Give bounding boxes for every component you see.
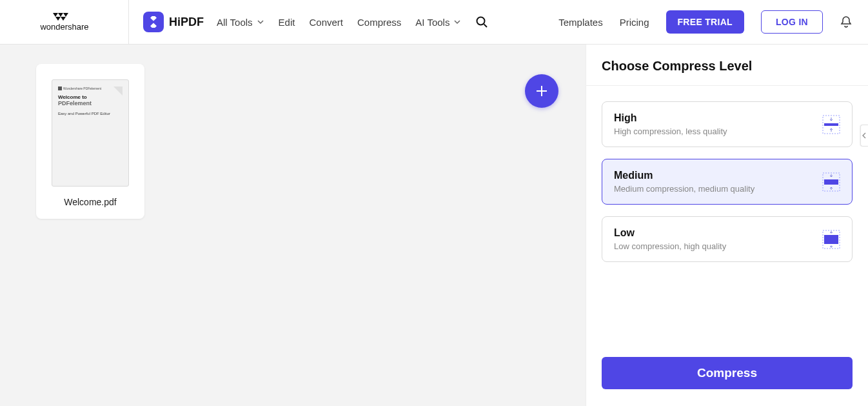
main-nav: All Tools Edit Convert Compress AI Tools bbox=[217, 15, 488, 28]
option-high[interactable]: High High compression, less quality bbox=[602, 101, 853, 147]
nav-compress-label: Compress bbox=[357, 17, 401, 28]
thumb-line2: PDFelement bbox=[58, 100, 123, 107]
option-high-label: High bbox=[614, 112, 727, 124]
header: wondershare HiPDF All Tools Edit Convert… bbox=[0, 0, 868, 45]
option-low[interactable]: Low Low compression, high quality bbox=[602, 216, 853, 262]
svg-rect-12 bbox=[824, 123, 838, 126]
nav-templates[interactable]: Templates bbox=[558, 17, 602, 28]
compress-options: High High compression, less quality Medi… bbox=[586, 86, 868, 262]
hipdf-logo-icon bbox=[143, 12, 164, 32]
file-name: Welcome.pdf bbox=[52, 197, 129, 207]
wondershare-text: wondershare bbox=[39, 22, 88, 32]
add-file-button[interactable] bbox=[525, 74, 558, 108]
svg-marker-1 bbox=[58, 13, 63, 17]
svg-marker-0 bbox=[53, 13, 58, 17]
wondershare-logo[interactable]: wondershare bbox=[0, 0, 129, 44]
svg-marker-4 bbox=[61, 17, 66, 21]
compress-button[interactable]: Compress bbox=[602, 357, 853, 389]
search-icon bbox=[475, 15, 488, 28]
thumb-brand: Wondershare PDFelement bbox=[63, 86, 101, 90]
nav-edit-label: Edit bbox=[279, 17, 295, 28]
hipdf-brand[interactable]: HiPDF bbox=[143, 12, 204, 32]
main: Wondershare PDFelement Welcome to PDFele… bbox=[0, 45, 868, 406]
notifications-button[interactable] bbox=[840, 15, 853, 28]
compress-panel: Choose Compress Level High High compress… bbox=[586, 45, 868, 406]
nav-ai-tools-label: AI Tools bbox=[415, 17, 449, 28]
svg-marker-3 bbox=[55, 17, 61, 21]
nav-all-tools-label: All Tools bbox=[217, 17, 253, 28]
thumb-line1: Welcome to bbox=[58, 94, 123, 100]
nav-convert-label: Convert bbox=[309, 17, 343, 28]
thumb-line3: Easy and Powerful PDF Editor bbox=[58, 112, 123, 117]
svg-rect-5 bbox=[150, 16, 157, 21]
svg-point-7 bbox=[477, 17, 485, 25]
page-fold-icon bbox=[113, 86, 123, 96]
option-high-sub: High compression, less quality bbox=[614, 127, 727, 136]
option-low-sub: Low compression, high quality bbox=[614, 241, 726, 251]
svg-rect-14 bbox=[824, 179, 838, 185]
bell-icon bbox=[840, 15, 853, 28]
chevron-left-icon bbox=[862, 132, 867, 139]
svg-line-8 bbox=[484, 25, 488, 28]
option-medium-label: Medium bbox=[614, 170, 755, 181]
nav-convert[interactable]: Convert bbox=[309, 17, 343, 28]
option-medium[interactable]: Medium Medium compression, medium qualit… bbox=[602, 159, 853, 205]
svg-marker-2 bbox=[63, 13, 68, 17]
right-nav: Templates Pricing FREE TRIAL LOG IN bbox=[558, 10, 853, 34]
file-thumbnail: Wondershare PDFelement Welcome to PDFele… bbox=[52, 79, 129, 187]
search-button[interactable] bbox=[475, 15, 488, 28]
nav-all-tools[interactable]: All Tools bbox=[217, 17, 264, 28]
nav-pricing[interactable]: Pricing bbox=[620, 17, 649, 28]
compress-high-icon bbox=[822, 115, 840, 134]
svg-rect-6 bbox=[150, 23, 157, 28]
plus-icon bbox=[535, 84, 549, 98]
free-trial-button[interactable]: FREE TRIAL bbox=[666, 10, 744, 34]
compress-medium-icon bbox=[822, 172, 840, 192]
nav-ai-tools[interactable]: AI Tools bbox=[415, 17, 461, 28]
file-card[interactable]: Wondershare PDFelement Welcome to PDFele… bbox=[36, 64, 144, 219]
hipdf-brand-text: HiPDF bbox=[169, 15, 204, 29]
chevron-down-icon bbox=[257, 17, 264, 28]
option-medium-sub: Medium compression, medium quality bbox=[614, 184, 755, 194]
nav-compress[interactable]: Compress bbox=[357, 17, 401, 28]
chevron-down-icon bbox=[453, 17, 461, 28]
login-button[interactable]: LOG IN bbox=[761, 10, 823, 34]
compress-low-icon bbox=[822, 230, 840, 249]
nav-edit[interactable]: Edit bbox=[279, 17, 295, 28]
file-canvas: Wondershare PDFelement Welcome to PDFele… bbox=[0, 45, 586, 406]
collapse-panel-button[interactable] bbox=[860, 125, 868, 147]
panel-title: Choose Compress Level bbox=[586, 45, 868, 86]
svg-rect-16 bbox=[824, 235, 838, 244]
option-low-label: Low bbox=[614, 227, 726, 239]
